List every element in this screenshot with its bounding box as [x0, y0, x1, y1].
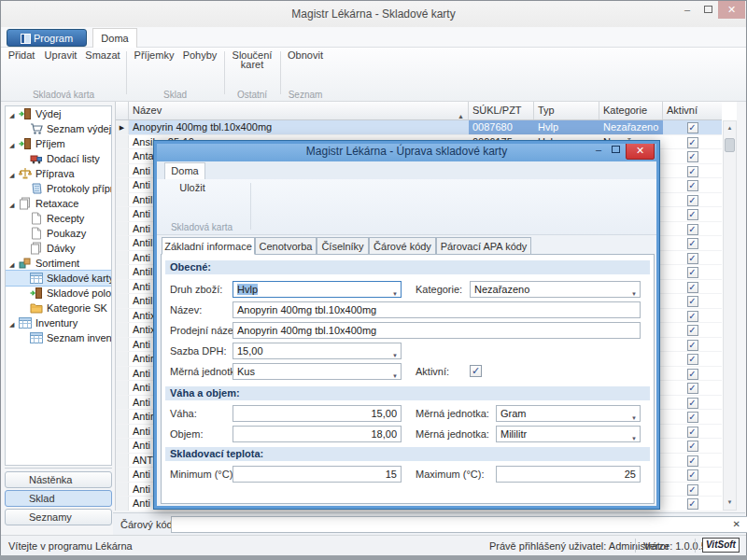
- sazba-dph-combobox[interactable]: 15,00▼: [233, 343, 402, 359]
- active-checkbox[interactable]: ✓: [687, 325, 698, 336]
- objem-input[interactable]: [233, 426, 402, 442]
- maximize-button[interactable]: [698, 1, 718, 19]
- active-checkbox[interactable]: ✓: [687, 296, 698, 307]
- druh-zbozi-combobox[interactable]: Hvlp▼: [233, 281, 402, 298]
- column-header-typ[interactable]: Typ: [534, 102, 599, 119]
- tree-item-skladov-polo-ky[interactable]: Skladové položky: [6, 286, 111, 301]
- clear-icon[interactable]: ✕: [733, 519, 740, 529]
- prijemky-button[interactable]: Příjemky: [131, 49, 177, 89]
- active-checkbox[interactable]: ✓: [687, 122, 698, 133]
- tree-item-v-dej[interactable]: ◢Výdej: [6, 106, 111, 121]
- active-checkbox[interactable]: ✓: [687, 412, 698, 423]
- dialog-maximize-button[interactable]: [608, 142, 623, 159]
- tree-item-p-prava[interactable]: ◢Příprava: [6, 166, 111, 181]
- active-checkbox[interactable]: ✓: [687, 311, 698, 322]
- row-indicator: [116, 178, 129, 192]
- column-header-sukl[interactable]: SÚKL/PZT: [469, 102, 534, 119]
- active-checkbox[interactable]: ✓: [687, 469, 698, 481]
- active-checkbox[interactable]: ✓: [687, 427, 698, 438]
- obnovit-button[interactable]: Obnovit: [284, 49, 327, 89]
- dialog-close-button[interactable]: ✕: [626, 141, 655, 160]
- merna-jednotka-combobox[interactable]: Kus▼: [233, 363, 402, 380]
- tree-item-inventury[interactable]: ◢Inventury: [6, 315, 111, 330]
- dialog-minimize-button[interactable]: –: [591, 142, 606, 159]
- tree-item-retaxace[interactable]: ◢Retaxace: [6, 196, 111, 211]
- smazat-button[interactable]: Smazat: [83, 49, 122, 89]
- vertical-scrollbar[interactable]: ▲ ▼: [723, 120, 737, 511]
- active-checkbox[interactable]: ✓: [687, 383, 698, 394]
- active-checkbox[interactable]: ✓: [687, 498, 698, 510]
- nav-nastenka-button[interactable]: Nástěnka: [5, 471, 112, 488]
- tree-item-skladov-karty[interactable]: Skladové karty: [6, 271, 111, 286]
- active-checkbox[interactable]: ✓: [687, 224, 698, 235]
- active-checkbox[interactable]: ✓: [687, 369, 698, 380]
- table-row[interactable]: ▶Anopyrin 400mg tbl.10x400mg0087680HvlpN…: [116, 120, 722, 135]
- upravit-button[interactable]: Upravit: [40, 49, 81, 89]
- minimize-button[interactable]: –: [677, 1, 698, 19]
- kategorie-combobox[interactable]: Nezařazeno▼: [470, 281, 641, 298]
- dialog-tab-doma[interactable]: Doma: [164, 162, 205, 179]
- objem-label: Objem:: [170, 426, 203, 442]
- cart-icon: [30, 123, 47, 134]
- row-indicator: [116, 352, 129, 366]
- tab-doma[interactable]: Doma: [92, 28, 137, 48]
- active-checkbox[interactable]: ✓: [687, 340, 698, 351]
- row-indicator: [116, 381, 129, 395]
- prodejni-nazev-input[interactable]: [233, 322, 641, 339]
- active-checkbox[interactable]: ✓: [687, 267, 698, 278]
- scrollbar-thumb[interactable]: [725, 138, 735, 152]
- active-checkbox[interactable]: ✓: [687, 398, 698, 409]
- tree-item-seznam-inventur[interactable]: Seznam inventur: [6, 330, 111, 345]
- active-checkbox[interactable]: ✓: [687, 354, 698, 365]
- close-button[interactable]: ✕: [718, 1, 745, 19]
- nazev-input[interactable]: [233, 301, 641, 318]
- tree-item-kategorie-sk[interactable]: Kategorie SK: [6, 301, 111, 315]
- tree-item-d-vky[interactable]: Dávky: [6, 241, 111, 256]
- column-header-kategorie[interactable]: Kategorie: [599, 102, 663, 119]
- active-checkbox[interactable]: ✓: [687, 282, 698, 293]
- ulozit-button[interactable]: Uložit: [170, 181, 215, 222]
- tree-item-seznam-v-dej-[interactable]: Seznam výdejů: [6, 121, 111, 136]
- tree-item-p-jem[interactable]: ◢Příjem: [6, 136, 111, 151]
- scroll-down-icon[interactable]: ▼: [724, 496, 736, 510]
- active-checkbox[interactable]: ✓: [687, 151, 698, 162]
- group-separator: [224, 51, 225, 94]
- pohyby-button[interactable]: Pohyby: [179, 49, 220, 89]
- active-checkbox[interactable]: ✓: [687, 137, 698, 148]
- tab-zakladni-informace[interactable]: Základní informace: [162, 237, 255, 255]
- aktivni-checkbox[interactable]: ✓: [470, 365, 482, 377]
- active-checkbox[interactable]: ✓: [687, 238, 698, 249]
- barcode-input[interactable]: [171, 516, 747, 533]
- column-header-nazev[interactable]: Název▲: [129, 102, 469, 119]
- tab-parovaci-apa-kody[interactable]: Párovací APA kódy: [436, 237, 531, 255]
- nav-sklad-button[interactable]: Sklad: [5, 490, 112, 507]
- slouceni-karet-button[interactable]: Sloučení karet: [228, 49, 276, 89]
- objem-mj-combobox[interactable]: Mililitr▼: [496, 426, 641, 442]
- tree-item-sortiment[interactable]: ◢Sortiment: [6, 256, 111, 271]
- active-checkbox[interactable]: ✓: [687, 166, 698, 177]
- tree-item-dodac-listy[interactable]: Dodací listy: [6, 151, 111, 166]
- program-menu-button[interactable]: Program: [7, 29, 87, 47]
- maximum-input[interactable]: [496, 466, 641, 483]
- sidebar-splitter[interactable]: [5, 468, 112, 469]
- scroll-up-icon[interactable]: ▲: [724, 121, 736, 135]
- nav-seznamy-button[interactable]: Seznamy: [5, 509, 112, 525]
- active-checkbox[interactable]: ✓: [687, 180, 698, 191]
- active-checkbox[interactable]: ✓: [687, 455, 698, 467]
- tab-carove-kody[interactable]: Čárové kódy: [369, 237, 436, 255]
- tab-ciselniky[interactable]: Číselníky: [317, 237, 369, 255]
- vaha-mj-combobox[interactable]: Gram▼: [496, 405, 641, 422]
- active-checkbox[interactable]: ✓: [687, 209, 698, 220]
- column-header-aktivni[interactable]: Aktivní: [663, 102, 722, 119]
- tree-item-recepty[interactable]: Recepty: [6, 211, 111, 226]
- active-checkbox[interactable]: ✓: [687, 441, 698, 452]
- active-checkbox[interactable]: ✓: [687, 195, 698, 206]
- tree-item-poukazy[interactable]: Poukazy: [6, 226, 111, 241]
- tab-cenotvorba[interactable]: Cenotvorba: [255, 237, 317, 255]
- active-checkbox[interactable]: ✓: [687, 253, 698, 264]
- minimum-input[interactable]: [233, 466, 402, 483]
- pridat-button[interactable]: Přidat: [5, 49, 38, 89]
- tree-item-protokoly-p-pravy[interactable]: Protokoly přípravy: [6, 181, 111, 196]
- vaha-input[interactable]: [233, 405, 402, 422]
- active-checkbox[interactable]: ✓: [687, 484, 698, 496]
